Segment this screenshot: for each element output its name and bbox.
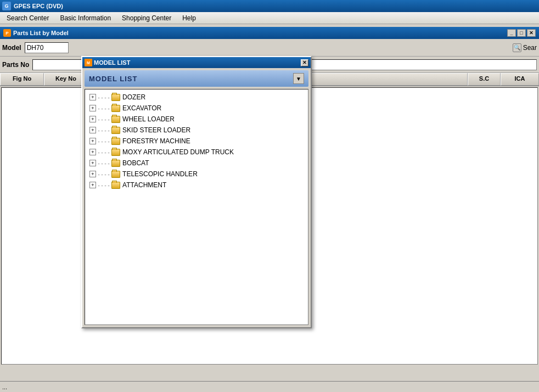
expand-bobcat[interactable]: +	[89, 160, 96, 166]
tree-label-wheel-loader: WHEEL LOADER	[122, 115, 175, 123]
menu-shopping-center[interactable]: Shopping Center	[116, 13, 177, 23]
tree-label-excavator: EXCAVATOR	[122, 104, 161, 112]
tree-label-forestry: FORESTRY MACHINE	[122, 137, 190, 145]
tree-label-dozer: DOZER	[122, 93, 145, 101]
expand-skid-steer[interactable]: +	[89, 127, 96, 133]
list-item[interactable]: + ---- SKID STEER LOADER	[87, 125, 306, 136]
folder-icon	[111, 127, 120, 134]
expand-moxy[interactable]: +	[89, 149, 96, 155]
model-list-tree[interactable]: + ---- DOZER + ---- EXCAVATOR + ---- WHE…	[85, 89, 308, 325]
menu-help[interactable]: Help	[177, 13, 201, 23]
folder-icon	[111, 149, 120, 156]
expand-wheel-loader[interactable]: +	[89, 116, 96, 122]
tree-label-bobcat: BOBCAT	[122, 159, 149, 167]
folder-icon	[111, 138, 120, 145]
expand-telescopic[interactable]: +	[89, 171, 96, 177]
expand-attachment[interactable]: +	[89, 182, 96, 188]
list-item[interactable]: + ---- TELESCOPIC HANDLER	[87, 169, 306, 180]
folder-icon	[111, 182, 120, 189]
modal-header-title: MODEL LIST	[89, 75, 137, 83]
menu-basic-information[interactable]: Basic Information	[54, 13, 116, 23]
expand-forestry[interactable]: +	[89, 138, 96, 144]
tree-label-attachment: ATTACHMENT	[122, 181, 166, 189]
expand-excavator[interactable]: +	[89, 105, 96, 111]
app-icon: G	[2, 2, 11, 10]
list-item[interactable]: + ---- DOZER	[87, 92, 306, 103]
app-title: GPES EPC (DVD)	[14, 3, 63, 9]
modal-header-bar: MODEL LIST ▼	[85, 70, 308, 87]
title-bar: G GPES EPC (DVD)	[0, 0, 539, 12]
list-item[interactable]: + ---- EXCAVATOR	[87, 103, 306, 114]
list-item[interactable]: + ---- MOXY ARTICULATED DUMP TRUCK	[87, 147, 306, 158]
folder-icon	[111, 116, 120, 123]
modal-close-button[interactable]: ✕	[301, 59, 308, 66]
modal-title: MODEL LIST	[94, 59, 130, 66]
menu-search-center[interactable]: Search Center	[1, 13, 54, 23]
modal-overlay: M MODEL LIST ✕ MODEL LIST ▼ + ---- DOZER	[0, 24, 539, 392]
list-item[interactable]: + ---- ATTACHMENT	[87, 180, 306, 191]
folder-icon	[111, 171, 120, 178]
tree-label-telescopic: TELESCOPIC HANDLER	[122, 170, 198, 178]
model-list-dialog: M MODEL LIST ✕ MODEL LIST ▼ + ---- DOZER	[81, 56, 312, 328]
folder-icon	[111, 160, 120, 167]
modal-dropdown-button[interactable]: ▼	[293, 73, 304, 84]
expand-dozer[interactable]: +	[89, 94, 96, 100]
folder-icon	[111, 105, 120, 112]
modal-icon: M	[85, 59, 92, 66]
modal-titlebar: M MODEL LIST ✕	[82, 57, 311, 68]
list-item[interactable]: + ---- BOBCAT	[87, 158, 306, 169]
main-area: P Parts List by Model _ □ ✕ Model 🔍 Sear…	[0, 24, 539, 392]
menu-bar: Search Center Basic Information Shopping…	[0, 12, 539, 24]
list-item[interactable]: + ---- WHEEL LOADER	[87, 114, 306, 125]
list-item[interactable]: + ---- FORESTRY MACHINE	[87, 136, 306, 147]
tree-label-skid-steer: SKID STEER LOADER	[122, 126, 190, 134]
folder-icon	[111, 94, 120, 101]
tree-label-moxy: MOXY ARTICULATED DUMP TRUCK	[122, 148, 234, 156]
